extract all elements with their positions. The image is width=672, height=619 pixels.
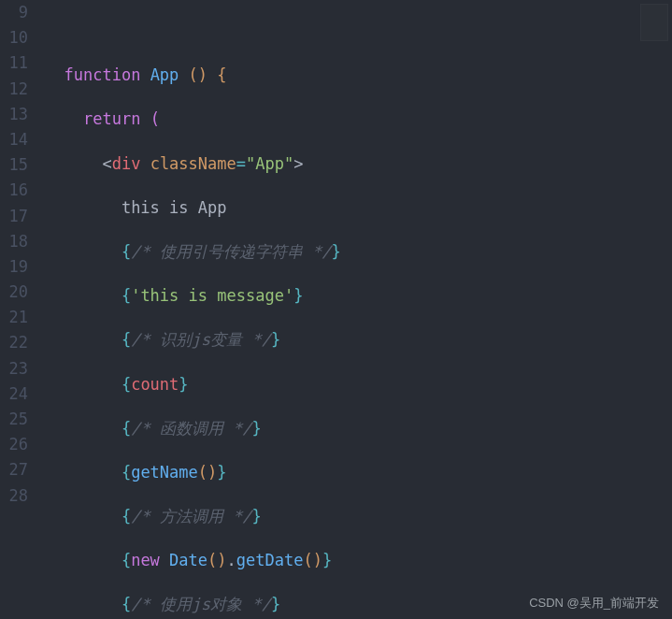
function-name: App: [150, 65, 179, 84]
code-line: {getName()}: [45, 460, 672, 485]
brace: {: [122, 375, 131, 394]
brace: }: [332, 242, 341, 261]
code-line: {/* 方法调用 */}: [45, 504, 672, 529]
code-line: {/* 识别js变量 */}: [45, 327, 672, 353]
paren: (): [303, 551, 322, 569]
line-number: 10: [0, 25, 28, 50]
code-line: {/* 使用引号传递字符串 */}: [45, 239, 672, 265]
keyword: new: [131, 551, 160, 569]
code-line: {/* 函数调用 */}: [45, 416, 672, 441]
line-number: 13: [0, 102, 28, 127]
paren: (): [189, 65, 207, 84]
line-number: 18: [0, 229, 28, 254]
code-line: function App () {: [45, 63, 672, 88]
brace: {: [122, 507, 131, 525]
method: getDate: [236, 551, 304, 569]
code-area[interactable]: function App () { return ( <div classNam…: [45, 0, 672, 619]
variable: count: [131, 375, 179, 394]
brace: }: [252, 507, 262, 525]
code-line: {count}: [45, 372, 672, 397]
line-number: 15: [0, 152, 28, 178]
line-number: 26: [0, 432, 28, 457]
line-number: 24: [0, 381, 28, 407]
tag-open: <: [102, 154, 111, 173]
brace: }: [252, 419, 262, 438]
brace: }: [179, 375, 188, 394]
brace: {: [122, 551, 131, 569]
line-number: 9: [0, 0, 28, 25]
paren: (: [150, 109, 160, 128]
brace: {: [122, 286, 131, 305]
watermark-text: CSDN @吴用_前端开发: [529, 595, 659, 612]
line-number: 19: [0, 254, 28, 280]
keyword: return: [83, 109, 140, 128]
attr-name: className: [150, 154, 236, 173]
paren: (): [207, 551, 226, 569]
brace: {: [122, 595, 131, 613]
comment: /* 识别js变量 */: [131, 330, 271, 349]
class-name: Date: [169, 551, 207, 569]
code-line: {'this is message'}: [45, 283, 672, 309]
code-line: [45, 19, 672, 44]
line-number: 14: [0, 127, 28, 152]
code-line: this is App: [45, 195, 672, 221]
string: "App": [246, 154, 293, 173]
line-number: 21: [0, 305, 28, 330]
minimap[interactable]: [640, 4, 668, 41]
brace: }: [293, 286, 303, 305]
dot: .: [227, 551, 236, 569]
brace: {: [122, 419, 131, 438]
brace: {: [122, 463, 131, 482]
line-number: 17: [0, 204, 28, 229]
brace: {: [217, 65, 226, 84]
brace: {: [122, 330, 131, 349]
function-call: getName: [131, 463, 198, 482]
comment: /* 使用js对象 */: [131, 595, 271, 613]
code-line: return (: [45, 107, 672, 132]
jsx-text: this is App: [122, 198, 227, 217]
comment: /* 使用引号传递字符串 */: [131, 242, 331, 261]
line-number: 20: [0, 280, 28, 305]
equals: =: [236, 154, 246, 173]
line-number: 22: [0, 330, 28, 355]
paren: (): [198, 463, 217, 482]
code-line: {new Date().getDate()}: [45, 548, 672, 573]
comment: /* 函数调用 */: [131, 419, 251, 438]
line-number: 25: [0, 407, 28, 432]
code-editor[interactable]: 9 10 11 12 13 14 15 16 17 18 19 20 21 22…: [0, 0, 672, 619]
line-number: 28: [0, 483, 28, 509]
brace: }: [322, 551, 332, 569]
string: 'this is message': [131, 286, 293, 305]
brace: }: [271, 330, 280, 349]
line-number: 27: [0, 457, 28, 482]
line-number-gutter: 9 10 11 12 13 14 15 16 17 18 19 20 21 22…: [0, 0, 45, 619]
line-number: 16: [0, 178, 28, 203]
tag-close: >: [293, 154, 303, 173]
brace: {: [122, 242, 131, 261]
brace: }: [271, 595, 280, 613]
keyword: function: [64, 65, 140, 84]
line-number: 23: [0, 356, 28, 381]
tag-name: div: [112, 154, 141, 173]
comment: /* 方法调用 */: [131, 507, 251, 525]
line-number: 11: [0, 50, 28, 76]
code-line: <div className="App">: [45, 151, 672, 177]
brace: }: [217, 463, 226, 482]
line-number: 12: [0, 77, 28, 102]
